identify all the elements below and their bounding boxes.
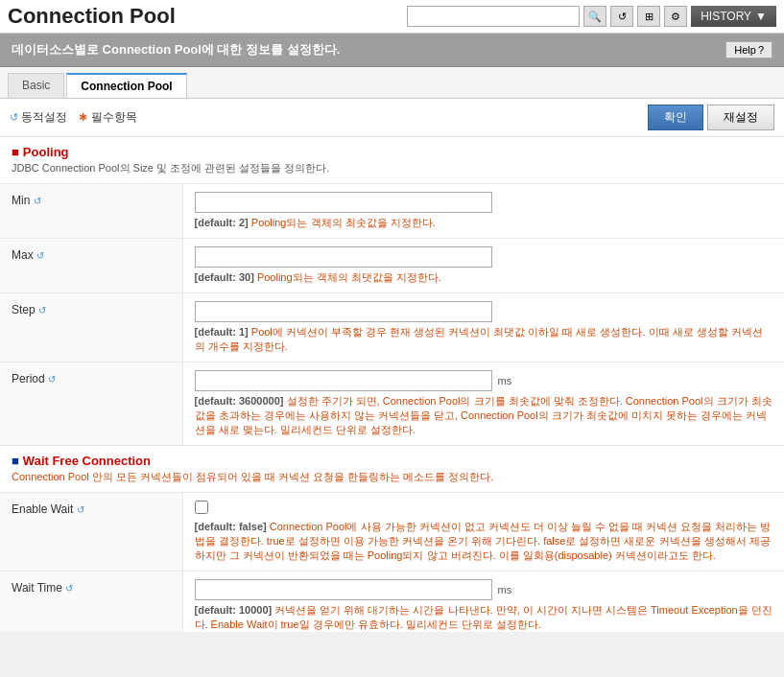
reset-button[interactable]: 재설정 [707,105,774,130]
wait-time-ms-label: ms [498,584,512,595]
step-value-cell: [default: 1] Pool에 커넥션이 부족할 경우 현재 생성된 커넥… [182,293,784,362]
wait-free-title: ■ Wait Free Connection [12,454,772,468]
wait-time-label: Wait Time ↺ [0,572,182,633]
step-hint-default: [default: 1] [195,326,249,338]
pooling-section: ■ Pooling JDBC Connection Pool의 Size 및 조… [0,137,784,446]
step-hint-text: Pool에 커넥션이 부족할 경우 현재 생성된 커넥션이 최댓값 이하일 때 … [195,326,763,352]
step-refresh-icon[interactable]: ↺ [38,305,46,315]
pooling-header: ■ Pooling JDBC Connection Pool의 Size 및 조… [0,137,784,183]
step-hint: [default: 1] Pool에 커넥션이 부족할 경우 현재 생성된 커넥… [195,325,773,354]
wait-free-desc: Connection Pool 안의 모든 커넥션들이 점유되어 있을 때 커넥… [12,470,772,484]
wait-time-value-cell: ms [default: 10000] 커넥션을 얻기 위해 대기하는 시간을 … [182,572,784,633]
wait-free-title-icon: ■ [12,454,19,468]
toolbar: ↺ 동적설정 ✱ 필수항목 확인 재설정 [0,99,784,137]
enable-wait-refresh-icon[interactable]: ↺ [77,504,84,515]
wait-free-form-table: Enable Wait ↺ [default: false] Connectio… [0,492,784,632]
min-label: Min ↺ [0,184,182,239]
content-area: ■ Pooling JDBC Connection Pool의 Size 및 조… [0,137,784,632]
help-button[interactable]: Help ? [725,41,772,58]
enable-wait-hint-default: [default: false] [195,521,267,532]
enable-wait-label: Enable Wait ↺ [0,493,182,572]
table-row: Min ↺ [default: 2] Pooling되는 객체의 최솟값을 지정… [0,184,784,239]
wait-free-title-text: Wait Free Connection [23,454,151,468]
wait-free-section: ■ Wait Free Connection Connection Pool 안… [0,446,784,632]
tab-connection-pool[interactable]: Connection Pool [66,73,186,98]
toolbar-left: ↺ 동적설정 ✱ 필수항목 [10,109,137,126]
max-input[interactable] [195,246,492,268]
history-button[interactable]: HISTORY ▼ [691,6,776,27]
search-input[interactable] [407,6,580,27]
enable-wait-value-cell: [default: false] Connection Pool에 사용 가능한… [182,493,784,572]
dynamic-setting-item: ↺ 동적설정 [10,109,67,126]
period-hint-default: [default: 3600000] [195,395,284,407]
wait-time-hint-text: 커넥션을 얻기 위해 대기하는 시간을 나타낸다. 만약, 이 시간이 지나면 … [195,604,772,630]
history-chevron-icon: ▼ [755,10,767,23]
pooling-desc: JDBC Connection Pool의 Size 및 조정에 관련된 설정들… [12,161,772,175]
pooling-title-icon: ■ [12,145,19,159]
min-hint: [default: 2] Pooling되는 객체의 최솟값을 지정한다. [195,216,773,230]
wait-time-hint-default: [default: 10000] [195,604,273,616]
required-item: ✱ 필수항목 [79,109,136,126]
settings-icon-btn[interactable]: ⚙ [664,6,687,27]
max-hint-default: [default: 30] [195,271,254,283]
period-ms-label: ms [498,375,512,386]
enable-wait-checkbox[interactable] [195,501,208,514]
max-hint: [default: 30] Pooling되는 객체의 최댓값을 지정한다. [195,270,773,285]
required-label: 필수항목 [91,110,137,124]
table-row: Period ↺ ms [default: 3600000] 설정한 주기가 되… [0,362,784,446]
period-hint: [default: 3600000] 설정한 주기가 되면, Connectio… [195,394,773,437]
min-hint-default: [default: 2] [195,217,249,228]
wait-time-input-row: ms [195,579,773,600]
required-icon: ✱ [79,111,87,123]
enable-wait-hint-text: Connection Pool에 사용 가능한 커넥션이 없고 커넥션도 더 이… [195,521,772,561]
period-value-cell: ms [default: 3600000] 설정한 주기가 되면, Connec… [182,362,784,446]
refresh-icon-btn[interactable]: ↺ [610,6,633,27]
info-text: 데이터소스별로 Connection Pool에 대한 정보를 설정한다. [12,41,340,58]
step-input[interactable] [195,301,492,322]
pooling-title: ■ Pooling [12,145,772,159]
max-label: Max ↺ [0,239,182,293]
confirm-button[interactable]: 확인 [648,105,703,130]
max-refresh-icon[interactable]: ↺ [36,250,44,261]
min-hint-text: Pooling되는 객체의 최솟값을 지정한다. [251,217,436,228]
period-input[interactable] [195,370,492,391]
dynamic-setting-icon: ↺ [10,111,18,123]
export-icon-btn[interactable]: ⊞ [637,6,660,27]
search-icon-btn[interactable]: 🔍 [583,6,606,27]
step-label: Step ↺ [0,293,182,362]
info-bar: 데이터소스별로 Connection Pool에 대한 정보를 설정한다. He… [0,34,784,67]
table-row: Wait Time ↺ ms [default: 10000] 커넥션을 얻기 … [0,572,784,633]
enable-wait-hint: [default: false] Connection Pool에 사용 가능한… [195,520,773,563]
wait-time-refresh-icon[interactable]: ↺ [65,583,73,594]
pooling-form-table: Min ↺ [default: 2] Pooling되는 객체의 최솟값을 지정… [0,183,784,445]
period-label: Period ↺ [0,362,182,446]
table-row: Enable Wait ↺ [default: false] Connectio… [0,493,784,572]
history-label: HISTORY [701,10,751,23]
table-row: Max ↺ [default: 30] Pooling되는 객체의 최댓값을 지… [0,239,784,293]
tab-bar: Basic Connection Pool [0,67,784,99]
pooling-title-text: Pooling [23,145,69,159]
max-value-cell: [default: 30] Pooling되는 객체의 최댓값을 지정한다. [182,239,784,293]
min-value-cell: [default: 2] Pooling되는 객체의 최솟값을 지정한다. [182,184,784,239]
min-input[interactable] [195,192,492,213]
wait-free-header: ■ Wait Free Connection Connection Pool 안… [0,446,784,492]
table-row: Step ↺ [default: 1] Pool에 커넥션이 부족할 경우 현재… [0,293,784,362]
help-icon: ? [758,44,764,56]
top-right-controls: 🔍 ↺ ⊞ ⚙ HISTORY ▼ [407,6,776,27]
tab-basic[interactable]: Basic [8,73,64,98]
toolbar-right: 확인 재설정 [648,105,774,130]
min-refresh-icon[interactable]: ↺ [34,196,41,206]
period-input-row: ms [195,370,773,391]
wait-time-input[interactable] [195,579,492,600]
wait-time-hint: [default: 10000] 커넥션을 얻기 위해 대기하는 시간을 나타낸… [195,603,773,632]
dynamic-setting-label: 동적설정 [21,110,67,124]
period-refresh-icon[interactable]: ↺ [48,374,56,385]
top-bar: Connection Pool 🔍 ↺ ⊞ ⚙ HISTORY ▼ [0,0,784,34]
help-label: Help [734,44,756,56]
max-hint-text: Pooling되는 객체의 최댓값을 지정한다. [257,271,441,283]
page-title: Connection Pool [8,4,176,29]
